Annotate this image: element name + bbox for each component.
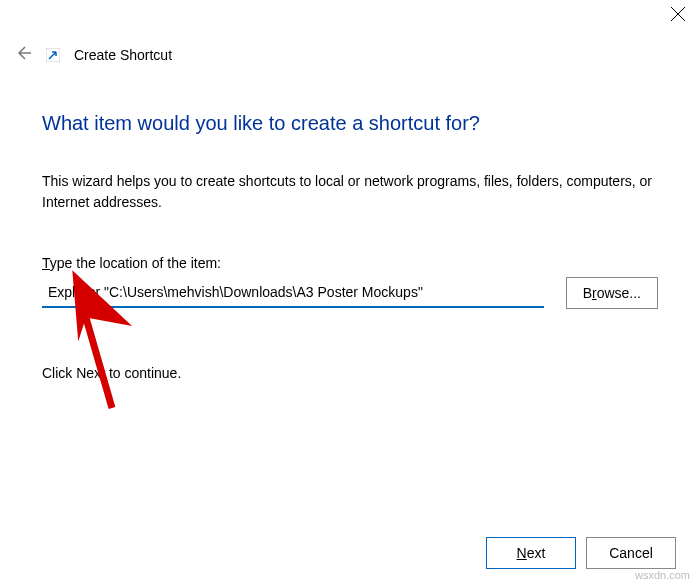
browse-button[interactable]: Browse... (566, 277, 658, 309)
wizard-heading: What item would you like to create a sho… (42, 112, 658, 135)
back-arrow-icon[interactable] (14, 44, 32, 65)
wizard-header: Create Shortcut (14, 44, 172, 65)
location-input[interactable] (42, 278, 544, 308)
wizard-content: What item would you like to create a sho… (42, 112, 658, 381)
cancel-button[interactable]: Cancel (586, 537, 676, 569)
window-title: Create Shortcut (74, 47, 172, 63)
watermark: wsxdn.com (635, 569, 690, 581)
location-label: Type the location of the item: (42, 255, 658, 271)
wizard-footer: Next Cancel (486, 537, 676, 569)
next-button[interactable]: Next (486, 537, 576, 569)
shortcut-icon (46, 48, 60, 62)
close-icon[interactable] (670, 9, 686, 25)
wizard-description: This wizard helps you to create shortcut… (42, 171, 658, 213)
continue-hint: Click Next to continue. (42, 365, 658, 381)
